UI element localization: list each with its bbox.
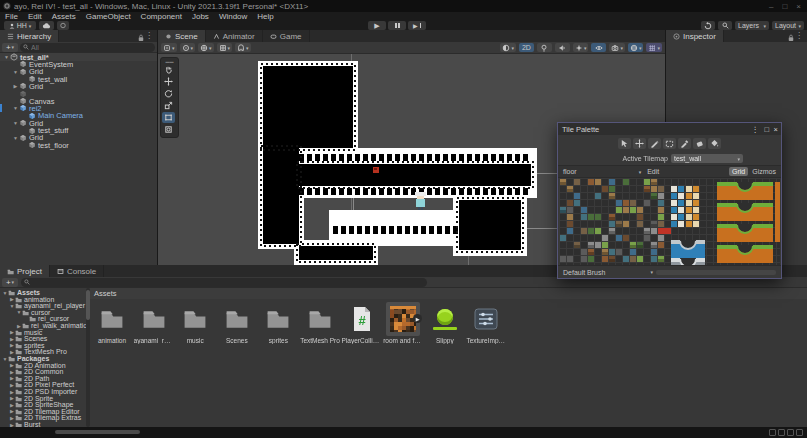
expand-arrow[interactable]: ▼ <box>12 120 19 126</box>
hierarchy-search-input[interactable] <box>31 44 152 51</box>
rotate-tool[interactable] <box>162 88 175 99</box>
kebab-menu-icon[interactable]: ⋮ <box>145 30 153 42</box>
tab-console[interactable]: Console <box>50 265 104 277</box>
gizmos-toggle[interactable]: ▾ <box>628 43 644 52</box>
play-button[interactable]: ▶ <box>368 21 386 30</box>
kebab-menu-icon[interactable]: ⋮ <box>795 30 803 42</box>
asset-ayanami_rei_pla-[interactable]: ayanami_rei_pla... <box>134 302 174 344</box>
tile-palette-grid-canvas[interactable] <box>559 178 780 265</box>
asset-playercollision[interactable]: #PlayerCollision <box>342 302 382 344</box>
search-everything-button[interactable] <box>718 21 732 30</box>
menu-gameobject[interactable]: GameObject <box>81 12 136 21</box>
2d-toggle[interactable]: 2D <box>519 43 534 52</box>
minimize-button[interactable]: – <box>769 2 773 11</box>
tab-project[interactable]: Project <box>0 265 50 277</box>
transform-tool[interactable] <box>162 124 175 135</box>
overlay-drag-handle[interactable]: ▬▬ <box>162 59 177 63</box>
lock-icon[interactable] <box>138 34 144 42</box>
palette-name[interactable]: floor <box>563 168 577 175</box>
asset-scenes[interactable]: Scenes <box>217 302 257 344</box>
tab-scene[interactable]: Scene <box>158 30 206 42</box>
asset-textureimporter[interactable]: TextureImporter <box>466 302 506 344</box>
asset-animation[interactable]: animation <box>92 302 132 344</box>
brush-settings-field[interactable] <box>656 270 776 275</box>
active-tilemap-dropdown[interactable]: test_wall▾ <box>671 154 743 163</box>
create-asset-button[interactable]: +▾ <box>2 278 18 287</box>
tool-settings-dropdown[interactable]: ▾ <box>161 43 177 52</box>
menu-edit[interactable]: Edit <box>23 12 47 21</box>
pick-tool[interactable] <box>678 138 691 149</box>
maximize-icon[interactable]: □ <box>764 125 769 134</box>
close-icon[interactable]: × <box>774 125 778 134</box>
asset-textmesh-pro[interactable]: TextMesh Pro <box>300 302 340 344</box>
expand-arrow[interactable]: ▶ <box>12 83 19 89</box>
hierarchy-search-box[interactable] <box>20 43 155 52</box>
move-tool[interactable] <box>162 76 175 87</box>
snap-increment-dropdown[interactable]: ▾ <box>235 43 251 52</box>
rect-tool[interactable] <box>162 112 175 123</box>
gizmos-toggle-button[interactable]: Gizmos <box>752 168 776 175</box>
tab-hierarchy[interactable]: Hierarchy <box>0 30 59 42</box>
fill-tool[interactable] <box>708 138 721 149</box>
step-button[interactable]: ▶ <box>408 21 426 30</box>
default-brush-dropdown[interactable]: Default Brush <box>563 269 605 276</box>
console-log-icon[interactable] <box>787 429 794 436</box>
account-button[interactable]: HH▾ <box>4 21 36 30</box>
shaded-mode-toggle[interactable]: ▾ <box>500 43 516 52</box>
project-search-box[interactable] <box>21 278 427 287</box>
scale-tool[interactable] <box>162 100 175 111</box>
grid-snap-dropdown[interactable]: ▾ <box>217 43 233 52</box>
default-brush-caret[interactable]: ▾ <box>650 269 653 275</box>
box-tool[interactable] <box>663 138 676 149</box>
grid-toggle[interactable]: ▾ <box>646 43 662 52</box>
menu-assets[interactable]: Assets <box>47 12 81 21</box>
menu-window[interactable]: Window <box>214 12 252 21</box>
visibility-toggle[interactable] <box>591 43 606 52</box>
select-tool[interactable] <box>618 138 631 149</box>
kebab-menu-icon[interactable]: ⋮ <box>752 125 760 134</box>
assets-breadcrumb[interactable]: Assets <box>90 288 807 299</box>
close-button[interactable]: × <box>796 2 801 11</box>
hierarchy-item-test_floor[interactable]: test_floor <box>0 141 157 149</box>
collab-icon[interactable] <box>778 429 785 436</box>
expand-arrow[interactable]: ▼ <box>3 54 10 60</box>
expand-arrow[interactable]: ▼ <box>12 135 19 141</box>
project-search-input[interactable] <box>32 279 424 286</box>
menu-help[interactable]: Help <box>252 12 278 21</box>
orientation-dropdown[interactable]: ▾ <box>198 43 214 52</box>
create-object-button[interactable]: +▾ <box>2 43 18 52</box>
audio-toggle[interactable] <box>555 43 570 52</box>
move-tool[interactable] <box>633 138 646 149</box>
pivot-dropdown[interactable]: ▾ <box>180 43 196 52</box>
paint-tool[interactable] <box>648 138 661 149</box>
expand-sprites-badge[interactable]: ▶ <box>413 314 422 323</box>
background-tasks-icon[interactable] <box>796 429 803 436</box>
menu-jobs[interactable]: Jobs <box>187 12 214 21</box>
status-scrollbar[interactable] <box>55 430 140 434</box>
grid-toggle-button[interactable]: Grid <box>729 167 748 176</box>
lighting-toggle[interactable] <box>537 43 552 52</box>
layout-dropdown[interactable]: Layout▾ <box>772 21 804 30</box>
undo-history-button[interactable] <box>701 21 715 30</box>
tab-animator[interactable]: Animator <box>206 30 263 42</box>
asset-slippy[interactable]: Slippy <box>425 302 465 344</box>
tab-inspector[interactable]: Inspector <box>666 30 724 42</box>
camera-toggle[interactable]: ▾ <box>609 43 625 52</box>
asset-music[interactable]: music <box>175 302 215 344</box>
tile-palette-title-bar[interactable]: Tile Palette ⋮ □ × <box>558 123 781 135</box>
asset-room-and-furnit-[interactable]: ▶room and furnit... <box>383 302 423 344</box>
tab-game[interactable]: Game <box>263 30 310 42</box>
menu-file[interactable]: File <box>0 12 23 21</box>
lock-icon[interactable] <box>788 34 794 42</box>
menu-component[interactable]: Component <box>136 12 187 21</box>
services-button[interactable] <box>57 21 69 30</box>
palette-dropdown-caret[interactable]: ▾ <box>639 169 642 175</box>
view-tool[interactable] <box>162 64 175 75</box>
layers-dropdown[interactable]: Layers▾ <box>735 21 769 30</box>
progress-icon[interactable] <box>769 429 776 436</box>
erase-tool[interactable] <box>693 138 706 149</box>
expand-arrow[interactable]: ▼ <box>12 69 19 75</box>
effects-toggle[interactable]: ▾ <box>573 43 589 52</box>
cloud-button[interactable] <box>39 21 54 30</box>
edit-button[interactable]: Edit <box>647 168 659 175</box>
